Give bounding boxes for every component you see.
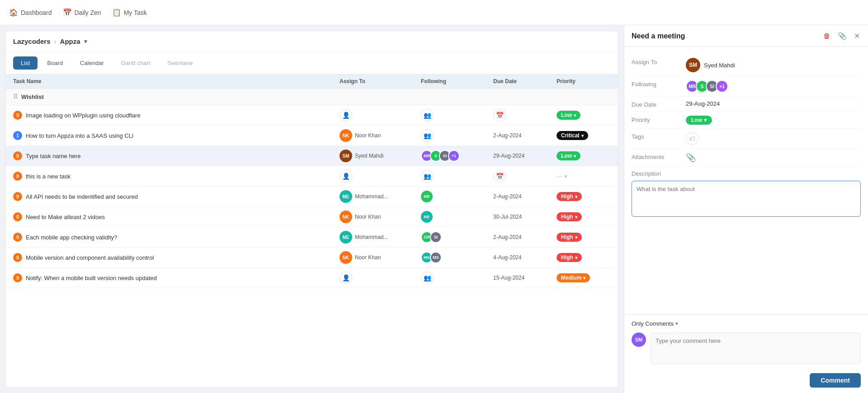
task-priority[interactable]: Low ▾: [557, 111, 611, 120]
breadcrumb-separator: ›: [54, 37, 57, 45]
table-row[interactable]: 0 this is a new task 👤 👥 📅 — ▾: [6, 166, 618, 187]
table-row[interactable]: 0 Image loading on WPplugin using cloudf…: [6, 105, 618, 126]
priority-badge[interactable]: Critical ▾: [557, 131, 588, 140]
priority-chevron: ▾: [575, 255, 577, 260]
table-row[interactable]: 0 Notify: When a mobile built version ne…: [6, 268, 618, 288]
task-icon: 📋: [112, 8, 121, 17]
assignee-avatar: ME: [340, 231, 352, 243]
task-assign: NK Noor Khan: [340, 211, 421, 223]
assign-placeholder: 👤: [340, 271, 352, 284]
breadcrumb-project-name: Appza: [60, 37, 80, 45]
assignee-name: Mohammad...: [355, 193, 388, 200]
following-placeholder: 👥: [421, 109, 434, 122]
table-row[interactable]: 0 Need to Make atleast 2 vidoes NK Noor …: [6, 207, 618, 227]
tags-icon[interactable]: 🏷: [686, 132, 698, 145]
task-name-cell: 0 Mobile version and component availabil…: [13, 253, 340, 262]
comment-textarea[interactable]: [651, 332, 861, 364]
follower-avatar: SI: [430, 231, 442, 243]
task-name-cell: 0 All API needs to be indentified and se…: [13, 192, 340, 201]
tab-calendar[interactable]: Calendar: [72, 56, 112, 70]
task-priority[interactable]: High ▾: [557, 253, 611, 262]
task-due-date: 29-Aug-2024: [493, 153, 557, 159]
detail-priority: Priority Low ▾: [632, 112, 861, 129]
table-row[interactable]: 0 Mobile version and component availabil…: [6, 248, 618, 268]
breadcrumb: Lazycoders › Appza ▼: [6, 31, 618, 52]
panel-header: Need a meeting 🗑 📎 ✕: [624, 25, 868, 47]
attach-button[interactable]: 📎: [837, 31, 848, 41]
description-section: Description: [632, 167, 861, 222]
detail-due-date-value: 29-Aug-2024: [686, 100, 861, 107]
task-assign: NK Noor Khan: [340, 129, 421, 142]
breadcrumb-org[interactable]: Lazycoders: [13, 37, 51, 45]
table-row[interactable]: 0 Type task name here SM Syed Mahdi MR S…: [6, 146, 618, 166]
task-assign: ME Mohammad...: [340, 190, 421, 203]
task-number: 0: [13, 172, 22, 181]
assignee-avatar: SM: [340, 150, 352, 162]
task-number: 0: [13, 192, 22, 201]
table-row[interactable]: 0 Each mobile app checking validity? ME …: [6, 227, 618, 248]
delete-button[interactable]: 🗑: [822, 31, 831, 41]
priority-badge[interactable]: High ▾: [557, 212, 582, 221]
priority-value-badge[interactable]: Low ▾: [686, 116, 712, 125]
follower-plus: +1: [448, 150, 460, 162]
table-row[interactable]: 1 How to turn Appza into a SAAS using CL…: [6, 126, 618, 146]
task-priority[interactable]: Low ▾: [557, 151, 611, 160]
header-assign-to: Assign To: [340, 78, 421, 84]
due-date-text: 29-Aug-2024: [686, 100, 720, 107]
assignee-avatar: ME: [340, 190, 352, 203]
drag-handle: ⠿: [13, 93, 18, 100]
table-row[interactable]: 0 All API needs to be indentified and se…: [6, 187, 618, 207]
task-following: 👥: [421, 170, 493, 182]
tab-list[interactable]: List: [13, 56, 38, 70]
nav-my-task[interactable]: 📋 My Task: [112, 8, 147, 17]
task-number: 0: [13, 212, 22, 221]
priority-badge[interactable]: Medium ▾: [557, 273, 590, 282]
task-name-cell: 1 How to turn Appza into a SAAS using CL…: [13, 131, 340, 140]
attachment-icon[interactable]: 📎: [686, 153, 696, 163]
task-priority[interactable]: High ▾: [557, 192, 611, 201]
priority-badge[interactable]: Low ▾: [557, 111, 580, 120]
task-number: 0: [13, 253, 22, 262]
close-button[interactable]: ✕: [853, 31, 861, 41]
comment-button[interactable]: Comment: [810, 373, 861, 388]
assignee-name: Syed Mahdi: [355, 153, 383, 159]
assignee-name: Noor Khan: [355, 132, 381, 139]
nav-dashboard[interactable]: 🏠 Dashboard: [9, 8, 52, 17]
assign-to-name: Syed Mahdi: [704, 62, 735, 69]
priority-badge[interactable]: Low ▾: [557, 151, 580, 160]
tab-board[interactable]: Board: [39, 56, 71, 70]
panel-title: Need a meeting: [632, 32, 685, 40]
task-priority: — ▾: [557, 173, 611, 180]
priority-badge[interactable]: High ▾: [557, 192, 582, 201]
task-name: Need to Make atleast 2 vidoes: [26, 214, 105, 220]
task-following: ME: [421, 191, 493, 202]
task-number: 0: [13, 111, 22, 120]
table-header: Task Name Assign To Following Due Date P…: [6, 75, 618, 89]
detail-priority-value[interactable]: Low ▾: [686, 116, 861, 125]
nav-daily-zen[interactable]: 📅 Daily Zen: [63, 8, 101, 17]
task-name: Notify: When a mobile built version need…: [26, 275, 157, 281]
header-priority: Priority: [557, 78, 611, 84]
task-number: 0: [13, 151, 22, 160]
right-panel: Need a meeting 🗑 📎 ✕ Assign To SM Syed M…: [624, 25, 868, 393]
task-assign: 👤: [340, 109, 421, 122]
nav-my-task-label: My Task: [124, 9, 147, 16]
breadcrumb-project[interactable]: Appza ▼: [60, 37, 89, 45]
priority-badge[interactable]: High ▾: [557, 233, 582, 242]
task-priority[interactable]: High ▾: [557, 212, 611, 221]
task-priority[interactable]: Critical ▾: [557, 131, 611, 140]
description-textarea[interactable]: [632, 181, 861, 217]
detail-due-date: Due Date 29-Aug-2024: [632, 97, 861, 112]
group-wishlist: ⠿ Wishlist: [6, 89, 618, 105]
task-assign: 👤: [340, 271, 421, 284]
priority-chevron: ▾: [581, 133, 584, 138]
task-number: 0: [13, 273, 22, 282]
task-priority[interactable]: High ▾: [557, 233, 611, 242]
task-priority[interactable]: Medium ▾: [557, 273, 611, 282]
task-assign: ME Mohammad...: [340, 231, 421, 243]
task-following: 👥: [421, 129, 493, 142]
comments-filter-dropdown[interactable]: Only Comments ▾: [632, 320, 678, 327]
priority-badge[interactable]: High ▾: [557, 253, 582, 262]
group-name: Wishlist: [21, 94, 44, 100]
nav-daily-zen-label: Daily Zen: [75, 9, 101, 16]
